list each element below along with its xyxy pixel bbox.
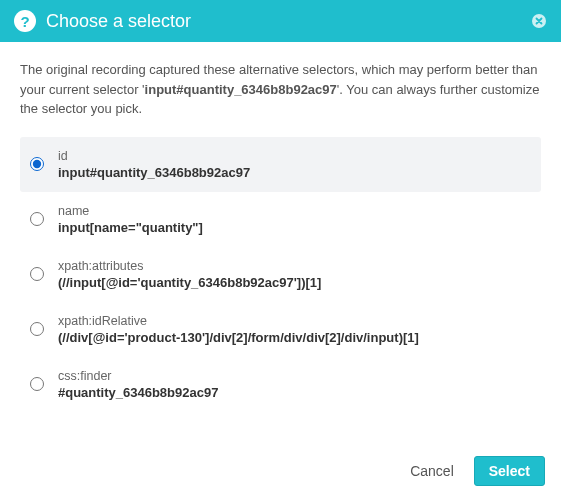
option-text: css:finder #quantity_6346b8b92ac97: [58, 369, 218, 400]
dialog-header: ? Choose a selector: [0, 0, 561, 42]
dialog-body: The original recording captured these al…: [0, 42, 561, 445]
close-icon: [531, 13, 547, 29]
selector-option-xpath-attributes[interactable]: xpath:attributes (//input[@id='quantity_…: [20, 247, 541, 302]
dialog-title: Choose a selector: [46, 11, 191, 32]
option-type-label: id: [58, 149, 250, 163]
cancel-button[interactable]: Cancel: [402, 457, 462, 485]
dialog-description: The original recording captured these al…: [20, 60, 541, 119]
selector-radio[interactable]: [30, 377, 44, 391]
close-button[interactable]: [531, 13, 547, 29]
selector-radio[interactable]: [30, 322, 44, 336]
selector-radio[interactable]: [30, 212, 44, 226]
select-button[interactable]: Select: [474, 456, 545, 486]
option-value-label: #quantity_6346b8b92ac97: [58, 385, 218, 400]
option-value-label: input#quantity_6346b8b92ac97: [58, 165, 250, 180]
option-text: name input[name="quantity"]: [58, 204, 203, 235]
selector-option-id[interactable]: id input#quantity_6346b8b92ac97: [20, 137, 541, 192]
selector-radio[interactable]: [30, 267, 44, 281]
option-type-label: xpath:idRelative: [58, 314, 419, 328]
selector-option-name[interactable]: name input[name="quantity"]: [20, 192, 541, 247]
selector-option-css-finder[interactable]: css:finder #quantity_6346b8b92ac97: [20, 357, 541, 412]
header-left: ? Choose a selector: [14, 10, 191, 32]
dialog-footer: Cancel Select: [0, 445, 561, 500]
option-type-label: xpath:attributes: [58, 259, 321, 273]
help-icon: ?: [14, 10, 36, 32]
selector-option-xpath-idrelative[interactable]: xpath:idRelative (//div[@id='product-130…: [20, 302, 541, 357]
selector-options: id input#quantity_6346b8b92ac97 name inp…: [20, 137, 541, 412]
option-value-label: (//div[@id='product-130']/div[2]/form/di…: [58, 330, 419, 345]
option-text: xpath:attributes (//input[@id='quantity_…: [58, 259, 321, 290]
option-text: xpath:idRelative (//div[@id='product-130…: [58, 314, 419, 345]
option-text: id input#quantity_6346b8b92ac97: [58, 149, 250, 180]
description-current-selector: input#quantity_6346b8b92ac97: [145, 82, 337, 97]
option-value-label: input[name="quantity"]: [58, 220, 203, 235]
option-value-label: (//input[@id='quantity_6346b8b92ac97'])[…: [58, 275, 321, 290]
option-type-label: css:finder: [58, 369, 218, 383]
choose-selector-dialog: ? Choose a selector The original recordi…: [0, 0, 561, 500]
option-type-label: name: [58, 204, 203, 218]
selector-radio[interactable]: [30, 157, 44, 171]
